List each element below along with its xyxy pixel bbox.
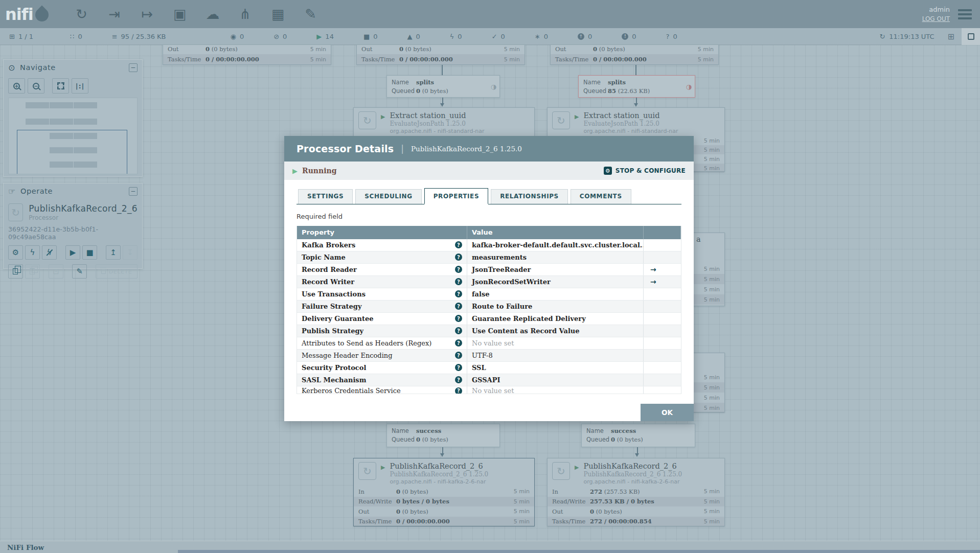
- stop-button[interactable]: ■: [82, 245, 97, 260]
- queued-count: 95 / 25.36 KB: [121, 33, 166, 40]
- collapse-operate-button[interactable]: −: [129, 187, 138, 196]
- invalid-count: 0: [416, 33, 420, 40]
- output-port-icon[interactable]: ↦: [138, 5, 157, 24]
- connection-line[interactable]: [442, 65, 443, 75]
- dialog-tabs: SETTINGS SCHEDULING PROPERTIES RELATIONS…: [297, 188, 681, 204]
- zoom-out-button[interactable]: −: [28, 78, 44, 94]
- delete-button[interactable]: DELETE: [96, 264, 138, 279]
- start-button[interactable]: ▶: [65, 245, 80, 260]
- help-icon[interactable]: ?: [455, 327, 462, 334]
- stop-and-configure-label: STOP & CONFIGURE: [616, 167, 686, 174]
- last-refresh-time: 11:19:13 UTC: [889, 33, 934, 40]
- disable-button[interactable]: ϟ: [42, 245, 57, 260]
- help-icon[interactable]: ?: [455, 290, 462, 297]
- processor-fragment-top-1[interactable]: Out 0 (0 bytes) 5 min Tasks/Time 0 / 00:…: [163, 44, 331, 65]
- processor-type-icon: ↻: [552, 462, 570, 480]
- horizontal-scrollbar[interactable]: [178, 550, 980, 553]
- help-icon[interactable]: ?: [455, 254, 462, 261]
- table-row: Use Transactions? false: [297, 288, 681, 301]
- grid-toggle-icon[interactable]: ⊞: [948, 32, 954, 41]
- navigate-panel-title: Navigate: [20, 63, 56, 72]
- connection-line[interactable]: [635, 65, 636, 75]
- zoom-in-button[interactable]: +: [8, 78, 25, 94]
- global-menu-icon[interactable]: [958, 9, 972, 19]
- process-group-icon[interactable]: ▣: [170, 5, 190, 24]
- tab-properties[interactable]: PROPERTIES: [424, 188, 488, 204]
- group-button[interactable]: ⊡: [49, 264, 63, 279]
- template-icon[interactable]: ▦: [268, 5, 288, 24]
- help-icon[interactable]: ?: [455, 376, 462, 383]
- tab-comments[interactable]: COMMENTS: [571, 189, 631, 204]
- group-icon: ⊡: [53, 267, 59, 276]
- processor-icon[interactable]: ↻: [72, 5, 92, 24]
- load-balance-icon: ◑: [491, 83, 496, 90]
- invalid-icon: ▲: [407, 33, 412, 40]
- help-icon[interactable]: ?: [455, 339, 462, 347]
- connection-label-splits-left[interactable]: Namesplits Queued0 (0 bytes) ◑: [386, 75, 500, 98]
- label-icon[interactable]: ✎: [301, 5, 321, 24]
- birdseye-map[interactable]: [8, 98, 138, 174]
- connection-label-splits-right[interactable]: Namesplits Queued85 (22.63 KB) ◑: [578, 75, 695, 98]
- connection-label-success-right[interactable]: Namesuccess Queued0 (0 bytes): [581, 424, 695, 447]
- paste-button[interactable]: [25, 264, 40, 279]
- help-icon[interactable]: ?: [455, 266, 462, 273]
- processor-fragment-top-2[interactable]: Out 0 (0 bytes) 5 min Tasks/Time 0 / 00:…: [356, 44, 525, 65]
- fill-color-button[interactable]: ✎: [72, 264, 87, 279]
- help-icon[interactable]: ?: [455, 387, 462, 394]
- help-icon[interactable]: ?: [455, 303, 462, 310]
- status-not-transmitting: ⊘ 0: [274, 33, 287, 40]
- play-icon: ▶: [70, 248, 76, 257]
- not-transmitting-icon: ⊘: [274, 33, 279, 40]
- selected-component-type: Processor: [29, 214, 138, 221]
- tab-scheduling[interactable]: SCHEDULING: [355, 189, 421, 204]
- ok-button[interactable]: OK: [641, 404, 694, 421]
- transmitting-icon: ◉: [231, 33, 236, 40]
- configure-button[interactable]: ⚙: [8, 245, 23, 260]
- processor-name: PublishKafkaRecord_2_6: [583, 462, 682, 470]
- input-port-icon[interactable]: ⇥: [105, 5, 124, 24]
- disabled-icon: ϟ: [450, 33, 454, 40]
- paste-icon: [30, 268, 35, 274]
- help-icon[interactable]: ?: [455, 278, 462, 285]
- refresh-icon[interactable]: ↻: [879, 33, 885, 40]
- processor-publishkafka-left[interactable]: ↻ ▶ PublishKafkaRecord_2_6 PublishKafkaR…: [353, 458, 535, 526]
- fit-icon: [57, 82, 64, 89]
- breadcrumb[interactable]: NiFi Flow: [7, 543, 44, 551]
- processor-fragment-top-3[interactable]: Out 0 (0 bytes) 5 min Tasks/Time 0 / 00:…: [550, 44, 719, 65]
- copy-button[interactable]: [8, 264, 23, 279]
- connection-label-success-left[interactable]: Namesuccess Queued0 (0 bytes): [386, 424, 500, 447]
- column-property: Property: [297, 226, 467, 239]
- tab-settings[interactable]: SETTINGS: [298, 189, 353, 204]
- collapse-navigate-button[interactable]: −: [129, 63, 138, 72]
- help-icon[interactable]: ?: [455, 315, 462, 322]
- copy-icon: [13, 268, 18, 274]
- locally-modified-stale-icon: !: [622, 33, 628, 40]
- goto-controller-service-icon[interactable]: →: [648, 278, 656, 286]
- stale-count: 0: [588, 33, 592, 40]
- remote-process-group-icon[interactable]: ☁: [203, 5, 222, 24]
- help-icon[interactable]: ?: [455, 364, 462, 371]
- column-value: Value: [467, 226, 644, 239]
- logout-link[interactable]: LOG OUT: [922, 15, 950, 22]
- move-to-parent-group-button[interactable]: ↧: [123, 245, 138, 260]
- birdseye-viewport[interactable]: [17, 130, 127, 174]
- funnel-icon[interactable]: ⋔: [236, 5, 255, 24]
- help-icon[interactable]: ?: [455, 352, 462, 359]
- status-total-queued: ≡ 95 / 25.36 KB: [112, 33, 166, 40]
- enable-button[interactable]: ϟ: [25, 245, 40, 260]
- dialog-status-row: ▶ Running ⚙ STOP & CONFIGURE: [284, 162, 694, 180]
- processor-publishkafka-right[interactable]: ↻ ▶ PublishKafkaRecord_2_6 PublishKafkaR…: [547, 458, 725, 526]
- help-icon[interactable]: ?: [455, 241, 462, 248]
- zoom-actual-size-button[interactable]: |:|: [72, 78, 88, 94]
- tab-relationships[interactable]: RELATIONSHIPS: [491, 189, 568, 204]
- dialog-title: Processor Details: [297, 143, 394, 154]
- brush-icon: ✎: [76, 267, 83, 276]
- birdseye-toggle-button[interactable]: [962, 28, 980, 45]
- change-version-button[interactable]: ↥: [106, 245, 121, 260]
- stop-icon: ■: [86, 248, 93, 257]
- zoom-fit-button[interactable]: [52, 78, 69, 94]
- goto-controller-service-icon[interactable]: →: [648, 265, 656, 273]
- processor-type: EvaluateJsonPath 1.25.0: [390, 120, 484, 127]
- processor-type: PublishKafkaRecord_2_6 1.25.0: [390, 471, 488, 478]
- stop-and-configure-button[interactable]: ⚙ STOP & CONFIGURE: [604, 167, 686, 175]
